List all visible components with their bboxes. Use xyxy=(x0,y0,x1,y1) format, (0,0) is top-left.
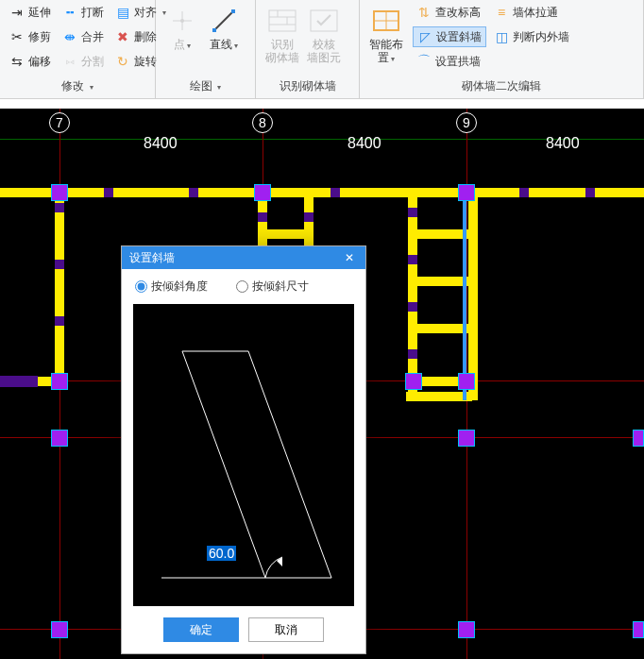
set-slant-button[interactable]: ◸设置斜墙 xyxy=(413,26,486,47)
node xyxy=(51,621,68,638)
chevron-down-icon: ▾ xyxy=(187,42,191,50)
point-icon xyxy=(167,6,197,36)
angle-value[interactable]: 60.0 xyxy=(207,546,236,561)
group-recognize-label: 识别砌体墙 xyxy=(262,76,353,98)
radio-by-angle-input[interactable] xyxy=(135,280,147,293)
axis-tag: 8 xyxy=(252,112,273,133)
axis-dim: 8400 xyxy=(546,135,580,152)
wall-through-icon: ≡ xyxy=(494,5,509,20)
svg-rect-5 xyxy=(231,9,235,13)
offset-button[interactable]: ⇆偏移 xyxy=(6,51,55,72)
chevron-down-icon: ▾ xyxy=(234,42,238,50)
set-arch-icon: ⌒ xyxy=(416,54,432,69)
radio-by-size[interactable]: 按倾斜尺寸 xyxy=(236,279,309,295)
close-icon[interactable]: ✕ xyxy=(341,249,358,266)
rotate-icon: ↻ xyxy=(115,54,130,69)
dialog-title: 设置斜墙 xyxy=(129,250,175,266)
ribbon: ⇥延伸 ✂修剪 ⇆偏移 ╍打断 ⇼合并 ⑅分割 ▤对齐▾ ✖删除 ↻旋转 修改 … xyxy=(0,0,644,99)
split-button: ⑅分割 xyxy=(59,51,108,72)
node xyxy=(405,373,422,390)
rotate-label: 旋转 xyxy=(134,54,157,70)
node xyxy=(458,621,475,638)
cancel-button[interactable]: 取消 xyxy=(248,617,324,642)
wall-segment xyxy=(330,188,340,197)
smart-layout-icon xyxy=(371,6,401,36)
wall-segment xyxy=(258,212,267,222)
recognize-wall-label: 识别 砌体墙 xyxy=(265,38,299,64)
check-inout-icon: ◫ xyxy=(494,29,509,44)
check-inout-label: 判断内外墙 xyxy=(513,29,569,45)
node xyxy=(633,621,644,638)
break-label: 打断 xyxy=(81,5,104,21)
dialog-radio-row: 按倾斜角度 按倾斜尺寸 xyxy=(122,269,365,304)
extend-icon: ⇥ xyxy=(9,5,25,20)
radio-by-size-label: 按倾斜尺寸 xyxy=(252,279,309,295)
trim-icon: ✂ xyxy=(9,29,25,44)
svg-line-15 xyxy=(182,351,265,578)
group-recognize: 识别 砌体墙 校核 墙图元 识别砌体墙 xyxy=(256,0,360,98)
radio-by-size-input[interactable] xyxy=(236,280,248,293)
dialog-titlebar: 设置斜墙 ✕ xyxy=(122,246,365,269)
group-secondary-label: 砌体墙二次编辑 xyxy=(365,76,637,98)
wall-segment xyxy=(189,188,198,197)
break-button[interactable]: ╍打断 xyxy=(59,2,108,23)
node xyxy=(458,184,475,201)
wall-blue xyxy=(463,188,466,400)
dialog-buttons: 确定 取消 xyxy=(122,606,365,653)
wall-through-label: 墙体拉通 xyxy=(513,5,558,21)
extend-button[interactable]: ⇥延伸 xyxy=(6,2,55,23)
axis-dim: 8400 xyxy=(347,135,381,152)
smart-layout-label: 智能布置 xyxy=(369,38,403,64)
smart-layout-button[interactable]: 智能布置▾ xyxy=(365,2,407,66)
radio-by-angle-label: 按倾斜角度 xyxy=(151,279,208,295)
axis-tag: 7 xyxy=(49,112,70,133)
merge-icon: ⇼ xyxy=(62,29,77,44)
wall xyxy=(408,188,417,400)
trim-button[interactable]: ✂修剪 xyxy=(6,26,55,47)
wall-segment xyxy=(55,203,64,212)
wall-through-button[interactable]: ≡墙体拉通 xyxy=(490,2,573,23)
trim-label: 修剪 xyxy=(28,29,51,45)
wall xyxy=(0,188,644,197)
group-draw-label: 绘图 xyxy=(190,79,212,93)
wall-segment xyxy=(55,260,64,269)
break-icon: ╍ xyxy=(62,5,77,20)
dialog-preview: 60.0 xyxy=(133,304,354,606)
radio-by-angle[interactable]: 按倾斜角度 xyxy=(135,279,208,295)
line-button[interactable]: 直线▾ xyxy=(203,2,245,53)
chevron-down-icon: ▾ xyxy=(217,83,221,92)
point-button: 点▾ xyxy=(161,2,203,53)
check-elem-button: 校核 墙图元 xyxy=(303,2,345,64)
set-slant-icon: ◸ xyxy=(417,29,432,44)
node xyxy=(51,373,68,390)
merge-button[interactable]: ⇼合并 xyxy=(59,26,108,47)
check-elem-label: 校核 墙图元 xyxy=(307,38,341,64)
point-label: 点 xyxy=(174,38,185,51)
extend-label: 延伸 xyxy=(28,5,51,21)
group-modify-label: 修改 xyxy=(61,79,84,93)
wall-segment xyxy=(585,188,595,197)
wall-segment xyxy=(0,376,38,387)
merge-label: 合并 xyxy=(81,29,104,45)
wall-segment xyxy=(408,302,417,312)
wall xyxy=(468,188,478,400)
check-elem-icon xyxy=(309,6,339,36)
set-arch-button[interactable]: ⌒设置拱墙 xyxy=(413,51,486,72)
wall-segment xyxy=(519,188,529,197)
check-elev-label: 查改标高 xyxy=(435,5,481,21)
chevron-down-icon: ▾ xyxy=(391,55,395,63)
node xyxy=(458,373,475,390)
align-icon: ▤ xyxy=(115,5,130,20)
set-slant-label: 设置斜墙 xyxy=(436,29,482,45)
node xyxy=(51,430,68,447)
node xyxy=(458,430,475,447)
wall-segment xyxy=(104,188,113,197)
check-inout-button[interactable]: ◫判断内外墙 xyxy=(490,26,573,47)
ok-button[interactable]: 确定 xyxy=(163,617,239,642)
svg-rect-4 xyxy=(212,28,216,32)
recognize-wall-icon xyxy=(267,6,297,36)
check-elev-button[interactable]: ⇅查改标高 xyxy=(413,2,486,23)
align-label: 对齐 xyxy=(134,5,157,21)
axis-tag: 9 xyxy=(456,112,477,133)
split-icon: ⑅ xyxy=(62,54,77,69)
